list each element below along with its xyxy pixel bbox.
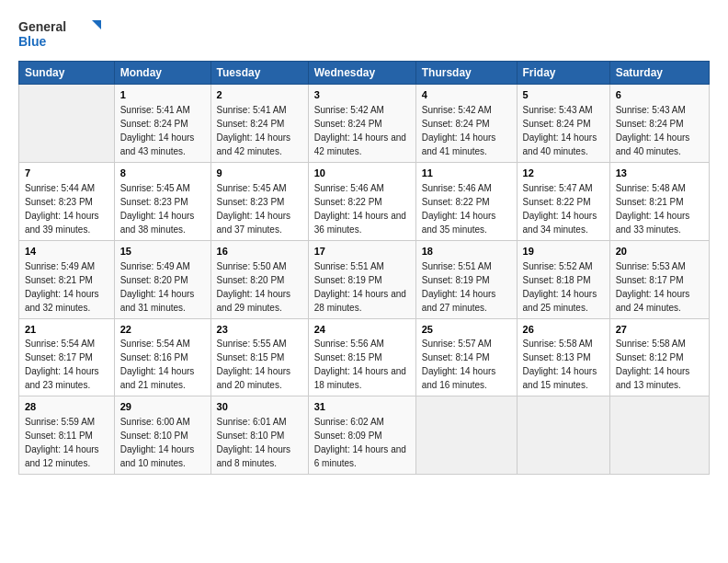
- day-header: Monday: [114, 62, 210, 85]
- calendar-cell: 12Sunrise: 5:47 AMSunset: 8:22 PMDayligh…: [517, 162, 609, 240]
- day-info: Sunrise: 5:54 AMSunset: 8:17 PMDaylight:…: [25, 339, 99, 390]
- calendar-cell: 23Sunrise: 5:55 AMSunset: 8:15 PMDayligh…: [210, 318, 308, 396]
- day-info: Sunrise: 5:48 AMSunset: 8:21 PMDaylight:…: [616, 183, 690, 235]
- calendar-week-row: 1Sunrise: 5:41 AMSunset: 8:24 PMDaylight…: [19, 85, 710, 163]
- day-info: Sunrise: 5:50 AMSunset: 8:20 PMDaylight:…: [217, 261, 291, 313]
- day-number: 4: [422, 88, 511, 102]
- day-info: Sunrise: 5:49 AMSunset: 8:21 PMDaylight:…: [25, 261, 99, 313]
- day-header: Thursday: [415, 62, 517, 85]
- day-info: Sunrise: 5:52 AMSunset: 8:18 PMDaylight:…: [523, 261, 597, 313]
- day-number: 27: [616, 323, 703, 337]
- calendar-cell: 13Sunrise: 5:48 AMSunset: 8:21 PMDayligh…: [609, 162, 709, 240]
- calendar-cell: 20Sunrise: 5:53 AMSunset: 8:17 PMDayligh…: [609, 240, 709, 318]
- day-header: Wednesday: [308, 62, 415, 85]
- day-number: 21: [25, 323, 108, 337]
- logo: General Blue: [18, 17, 101, 52]
- day-header: Saturday: [609, 62, 709, 85]
- calendar-cell: 8Sunrise: 5:45 AMSunset: 8:23 PMDaylight…: [114, 162, 210, 240]
- day-number: 30: [217, 400, 302, 414]
- day-number: 12: [523, 167, 604, 180]
- day-info: Sunrise: 5:51 AMSunset: 8:19 PMDaylight:…: [314, 261, 406, 313]
- calendar-cell: 27Sunrise: 5:58 AMSunset: 8:12 PMDayligh…: [609, 318, 709, 396]
- day-info: Sunrise: 6:02 AMSunset: 8:09 PMDaylight:…: [314, 417, 406, 468]
- day-number: 16: [217, 245, 302, 259]
- page: General Blue SundayMondayTuesdayWednesda…: [0, 0, 728, 484]
- calendar-cell: 5Sunrise: 5:43 AMSunset: 8:24 PMDaylight…: [517, 85, 609, 163]
- day-info: Sunrise: 5:53 AMSunset: 8:17 PMDaylight:…: [616, 261, 690, 313]
- day-number: 26: [523, 323, 604, 337]
- calendar-cell: 10Sunrise: 5:46 AMSunset: 8:22 PMDayligh…: [308, 162, 415, 240]
- day-number: 22: [120, 323, 205, 337]
- day-info: Sunrise: 5:43 AMSunset: 8:24 PMDaylight:…: [616, 105, 690, 156]
- day-number: 9: [217, 167, 302, 180]
- day-header: Friday: [517, 62, 609, 85]
- day-info: Sunrise: 5:46 AMSunset: 8:22 PMDaylight:…: [422, 183, 496, 235]
- day-info: Sunrise: 5:44 AMSunset: 8:23 PMDaylight:…: [25, 183, 99, 235]
- day-info: Sunrise: 5:58 AMSunset: 8:12 PMDaylight:…: [616, 339, 690, 390]
- day-info: Sunrise: 5:56 AMSunset: 8:15 PMDaylight:…: [314, 339, 406, 390]
- day-number: 14: [25, 245, 108, 259]
- calendar-table: SundayMondayTuesdayWednesdayThursdayFrid…: [18, 61, 710, 475]
- calendar-cell: 15Sunrise: 5:49 AMSunset: 8:20 PMDayligh…: [114, 240, 210, 318]
- calendar-cell: 1Sunrise: 5:41 AMSunset: 8:24 PMDaylight…: [114, 85, 210, 163]
- calendar-cell: 22Sunrise: 5:54 AMSunset: 8:16 PMDayligh…: [114, 318, 210, 396]
- day-info: Sunrise: 5:45 AMSunset: 8:23 PMDaylight:…: [120, 183, 195, 235]
- day-number: 24: [314, 323, 410, 337]
- day-number: 11: [422, 167, 511, 180]
- day-info: Sunrise: 5:55 AMSunset: 8:15 PMDaylight:…: [217, 339, 291, 390]
- calendar-cell: 26Sunrise: 5:58 AMSunset: 8:13 PMDayligh…: [517, 318, 609, 396]
- day-number: 7: [25, 167, 108, 180]
- logo-blue: Blue: [18, 34, 47, 49]
- calendar-cell: 7Sunrise: 5:44 AMSunset: 8:23 PMDaylight…: [19, 162, 115, 240]
- day-number: 29: [120, 400, 205, 414]
- day-info: Sunrise: 5:51 AMSunset: 8:19 PMDaylight:…: [422, 261, 496, 313]
- day-header: Tuesday: [210, 62, 308, 85]
- day-info: Sunrise: 5:57 AMSunset: 8:14 PMDaylight:…: [422, 339, 496, 390]
- calendar-cell: [609, 396, 709, 475]
- day-number: 6: [616, 88, 703, 102]
- day-number: 13: [616, 167, 703, 180]
- header-row: SundayMondayTuesdayWednesdayThursdayFrid…: [19, 62, 710, 85]
- day-info: Sunrise: 5:47 AMSunset: 8:22 PMDaylight:…: [523, 183, 597, 235]
- calendar-cell: 3Sunrise: 5:42 AMSunset: 8:24 PMDaylight…: [308, 85, 415, 163]
- calendar-cell: 11Sunrise: 5:46 AMSunset: 8:22 PMDayligh…: [415, 162, 517, 240]
- logo-chevron: [92, 20, 101, 29]
- day-number: 17: [314, 245, 410, 259]
- day-info: Sunrise: 5:42 AMSunset: 8:24 PMDaylight:…: [314, 105, 406, 156]
- calendar-cell: [415, 396, 517, 475]
- day-info: Sunrise: 5:45 AMSunset: 8:23 PMDaylight:…: [217, 183, 291, 235]
- calendar-cell: 24Sunrise: 5:56 AMSunset: 8:15 PMDayligh…: [308, 318, 415, 396]
- day-number: 28: [25, 400, 108, 414]
- calendar-week-row: 14Sunrise: 5:49 AMSunset: 8:21 PMDayligh…: [19, 240, 710, 318]
- calendar-cell: 18Sunrise: 5:51 AMSunset: 8:19 PMDayligh…: [415, 240, 517, 318]
- logo-general: General: [18, 19, 66, 34]
- day-info: Sunrise: 5:41 AMSunset: 8:24 PMDaylight:…: [120, 105, 195, 156]
- day-number: 25: [422, 323, 511, 337]
- header: General Blue: [18, 17, 710, 52]
- calendar-week-row: 28Sunrise: 5:59 AMSunset: 8:11 PMDayligh…: [19, 396, 710, 475]
- calendar-cell: 30Sunrise: 6:01 AMSunset: 8:10 PMDayligh…: [210, 396, 308, 475]
- day-info: Sunrise: 5:43 AMSunset: 8:24 PMDaylight:…: [523, 105, 597, 156]
- day-number: 5: [523, 88, 604, 102]
- day-number: 23: [217, 323, 302, 337]
- calendar-cell: 28Sunrise: 5:59 AMSunset: 8:11 PMDayligh…: [19, 396, 115, 475]
- calendar-cell: 4Sunrise: 5:42 AMSunset: 8:24 PMDaylight…: [415, 85, 517, 163]
- day-number: 8: [120, 167, 205, 180]
- calendar-cell: 2Sunrise: 5:41 AMSunset: 8:24 PMDaylight…: [210, 85, 308, 163]
- day-info: Sunrise: 6:00 AMSunset: 8:10 PMDaylight:…: [120, 417, 195, 468]
- day-info: Sunrise: 5:59 AMSunset: 8:11 PMDaylight:…: [25, 417, 99, 468]
- day-info: Sunrise: 5:46 AMSunset: 8:22 PMDaylight:…: [314, 183, 406, 235]
- calendar-cell: 29Sunrise: 6:00 AMSunset: 8:10 PMDayligh…: [114, 396, 210, 475]
- day-info: Sunrise: 5:42 AMSunset: 8:24 PMDaylight:…: [422, 105, 496, 156]
- day-info: Sunrise: 5:54 AMSunset: 8:16 PMDaylight:…: [120, 339, 195, 390]
- calendar-cell: [517, 396, 609, 475]
- calendar-week-row: 21Sunrise: 5:54 AMSunset: 8:17 PMDayligh…: [19, 318, 710, 396]
- calendar-cell: 6Sunrise: 5:43 AMSunset: 8:24 PMDaylight…: [609, 85, 709, 163]
- day-info: Sunrise: 5:58 AMSunset: 8:13 PMDaylight:…: [523, 339, 597, 390]
- logo-svg: General Blue: [18, 17, 101, 52]
- day-number: 18: [422, 245, 511, 259]
- day-number: 20: [616, 245, 703, 259]
- day-number: 31: [314, 400, 410, 414]
- day-info: Sunrise: 6:01 AMSunset: 8:10 PMDaylight:…: [217, 417, 291, 468]
- calendar-cell: 14Sunrise: 5:49 AMSunset: 8:21 PMDayligh…: [19, 240, 115, 318]
